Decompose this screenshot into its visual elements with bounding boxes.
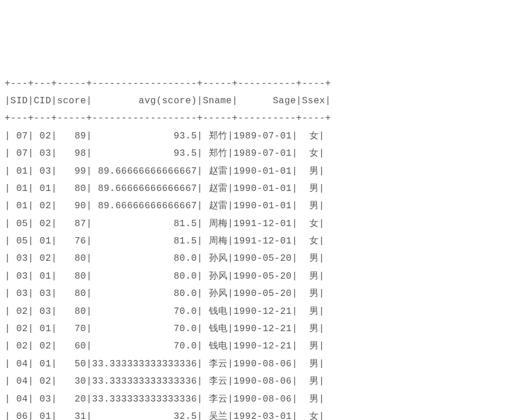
table-row: | 02| 02| 60| 70.0| 钱电|1990-12-21| 男| bbox=[5, 337, 331, 355]
table-row: | 02| 03| 80| 70.0| 钱电|1990-12-21| 男| bbox=[5, 303, 331, 320]
table-row: | 02| 01| 70| 70.0| 钱电|1990-12-21| 男| bbox=[5, 320, 331, 337]
table-row: | 03| 02| 80| 80.0| 孙风|1990-05-20| 男| bbox=[5, 250, 331, 267]
table-row: | 05| 01| 76| 81.5| 周梅|1991-12-01| 女| bbox=[5, 232, 331, 250]
table-row: | 03| 03| 80| 80.0| 孙风|1990-05-20| 男| bbox=[5, 285, 331, 302]
ascii-sql-result-table: +---+---+-----+------------------+-----+… bbox=[5, 75, 331, 420]
table-row: | 05| 02| 87| 81.5| 周梅|1991-12-01| 女| bbox=[5, 215, 331, 232]
table-row: | 03| 01| 80| 80.0| 孙风|1990-05-20| 男| bbox=[5, 268, 331, 285]
table-row: | 04| 02| 30|33.333333333333336| 李云|1990… bbox=[5, 373, 331, 390]
table-header-row: |SID|CID|score| avg(score)|Sname| Sage|S… bbox=[5, 92, 331, 110]
table-row: | 01| 01| 80| 89.66666666666667| 赵雷|1990… bbox=[5, 180, 331, 197]
table-row: | 07| 03| 98| 93.5| 郑竹|1989-07-01| 女| bbox=[5, 145, 331, 162]
table-row: | 01| 03| 99| 89.66666666666667| 赵雷|1990… bbox=[5, 163, 331, 180]
table-border: +---+---+-----+------------------+-----+… bbox=[5, 110, 331, 127]
table-border: +---+---+-----+------------------+-----+… bbox=[5, 75, 331, 92]
table-row: | 04| 01| 50|33.333333333333336| 李云|1990… bbox=[5, 355, 331, 373]
table-row: | 01| 02| 90| 89.66666666666667| 赵雷|1990… bbox=[5, 197, 331, 215]
table-row: | 04| 03| 20|33.333333333333336| 李云|1990… bbox=[5, 391, 331, 408]
table-row: | 07| 02| 89| 93.5| 郑竹|1989-07-01| 女| bbox=[5, 127, 331, 145]
table-row: | 06| 01| 31| 32.5| 吴兰|1992-03-01| 女| bbox=[5, 408, 331, 420]
